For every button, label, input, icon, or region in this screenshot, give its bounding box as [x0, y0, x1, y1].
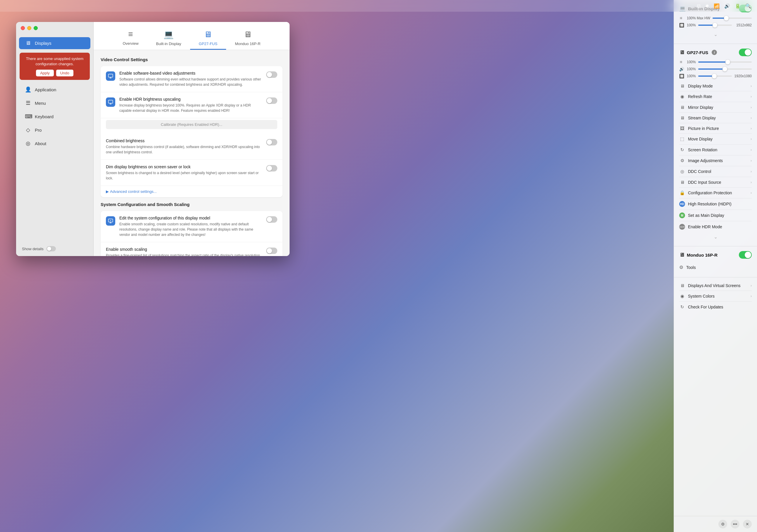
- gp27-info-icon[interactable]: i: [712, 50, 717, 55]
- menu-ddc-input-source[interactable]: 🖥 DDC Input Source ›: [679, 177, 752, 188]
- undo-button[interactable]: Undo: [56, 70, 74, 77]
- menu-display-mode[interactable]: 🖥 Display Mode ›: [679, 81, 752, 91]
- gp27-resolution-label: 100%: [687, 74, 696, 78]
- toggle-combined[interactable]: [266, 139, 277, 145]
- search-icon[interactable]: 🔍: [745, 3, 751, 9]
- wifi-icon: 📶: [714, 3, 719, 9]
- config-protection-label: Configuration Protection: [688, 191, 732, 195]
- menu-mirror-display[interactable]: 🖥 Mirror Display ›: [679, 102, 752, 113]
- gp27-toggle[interactable]: [739, 48, 752, 56]
- toggle-edit-config[interactable]: [266, 216, 277, 223]
- show-details-toggle[interactable]: [46, 246, 56, 251]
- monduo-toggle[interactable]: [739, 251, 752, 259]
- system-config-card: Edit the system configuration of this di…: [101, 211, 283, 256]
- tab-overview[interactable]: ≡ Overview: [114, 27, 147, 50]
- main-content: ≡ Overview 💻 Built-in Display 🖥 GP27-FUS…: [94, 22, 289, 256]
- gp27-resolution-thumb[interactable]: [712, 74, 717, 78]
- menubar-icons: ⊟ ✱ 📶 🔊 🔋 🔍: [697, 3, 751, 9]
- setting-title-smooth: Enable smooth scaling: [106, 247, 262, 252]
- sidebar-alert-text: There are some unapplied system configur…: [26, 56, 84, 66]
- menu-set-main-display[interactable]: M Set as Main Display: [679, 210, 752, 221]
- ddc-label: DDC Control: [688, 169, 711, 174]
- rotation-icon: ↻: [679, 147, 685, 152]
- main-display-label: Set as Main Display: [688, 213, 724, 218]
- setting-title-combined: Combined brightness: [106, 139, 262, 143]
- minimize-button[interactable]: [27, 26, 31, 30]
- settings-button[interactable]: ⚙: [718, 520, 727, 528]
- menu-picture-in-picture[interactable]: 🖼 Picture in Picture ›: [679, 123, 752, 134]
- setting-title-hdr: Enable HDR brightness upscaling: [119, 97, 262, 102]
- menu-refresh-rate[interactable]: ◉ Refresh Rate ›: [679, 91, 752, 102]
- setting-row-dim: Dim display brightness on screen saver o…: [101, 160, 283, 186]
- hdr-badge: HDR: [679, 224, 685, 230]
- sidebar-item-keyboard[interactable]: ⌨ Keyboard: [19, 110, 90, 123]
- maximize-button[interactable]: [34, 26, 38, 30]
- gp27-volume-fill: [698, 69, 725, 70]
- sidebar-item-about[interactable]: ◎ About: [19, 137, 90, 149]
- gp27-icon: 🖥: [679, 49, 684, 56]
- apply-button[interactable]: Apply: [36, 70, 54, 77]
- advanced-chevron: ▶: [106, 189, 109, 194]
- toggle-software[interactable]: [266, 71, 277, 78]
- menu-move-display[interactable]: ⬚ Move Display ›: [679, 134, 752, 144]
- gp27-brightness-track[interactable]: [698, 61, 752, 63]
- menu-check-updates[interactable]: ↻ Check For Updates: [679, 302, 752, 312]
- menu-system-colors-left: ◉ System Colors: [679, 294, 714, 299]
- sidebar-item-displays[interactable]: 🖥 Displays: [19, 37, 90, 49]
- refresh-rate-label: Refresh Rate: [688, 94, 712, 99]
- setting-desc-smooth: Provides a fine-grained list of resoluti…: [106, 253, 262, 256]
- more-button[interactable]: •••: [731, 520, 740, 528]
- monduo-icon: 🖥: [679, 252, 684, 258]
- refresh-rate-icon: ◉: [679, 94, 685, 99]
- tab-gp27fus[interactable]: 🖥 GP27-FUS: [190, 27, 227, 50]
- tools-row[interactable]: ⚙ Tools: [679, 262, 752, 272]
- gp27-collapse-arrow[interactable]: ⌄: [679, 232, 752, 241]
- menu-config-protection[interactable]: 🔒 Configuration Protection ›: [679, 188, 752, 199]
- display-mode-icon: 🖥: [679, 83, 685, 88]
- stream-chevron: ›: [750, 116, 752, 120]
- builtin-brightness-thumb[interactable]: [724, 16, 729, 20]
- menu-displays-virtual[interactable]: 🖥 Displays And Virtual Screens ›: [679, 280, 752, 291]
- menu-move-left: ⬚ Move Display: [679, 136, 712, 141]
- toggle-hdr[interactable]: [266, 97, 277, 104]
- menu-system-colors[interactable]: ◉ System Colors ›: [679, 291, 752, 302]
- menu-image-adjustments[interactable]: ⚙ Image Adjustments ›: [679, 155, 752, 166]
- menu-stream-display[interactable]: 🖥 Stream Display ›: [679, 113, 752, 123]
- builtin-resolution-thumb[interactable]: [712, 23, 717, 27]
- close-panel-button[interactable]: ✕: [743, 520, 752, 528]
- close-button[interactable]: [21, 26, 25, 30]
- hires-label: High Resolution (HiDPI): [688, 202, 732, 206]
- builtin-collapse-arrow[interactable]: ⌄: [679, 30, 752, 39]
- toggle-dim[interactable]: [266, 165, 277, 172]
- builtin-resolution-track[interactable]: [698, 25, 732, 26]
- sidebar-item-pro[interactable]: ◇ Pro: [19, 124, 90, 136]
- menu-high-resolution[interactable]: HD High Resolution (HiDPI): [679, 199, 752, 210]
- sidebar-item-application[interactable]: 👤 Application: [19, 83, 90, 96]
- gp27-menu-items: 🖥 Display Mode › ◉ Refresh Rate › 🖥 Mirr…: [679, 81, 752, 232]
- gp27-volume-thumb[interactable]: [722, 67, 727, 71]
- sidebar-bottom: Show details: [16, 241, 93, 256]
- tab-gp27-label: GP27-FUS: [199, 42, 218, 46]
- gp27-volume-track[interactable]: [698, 69, 752, 70]
- menu-ddc-control[interactable]: ◎ DDC Control ›: [679, 166, 752, 177]
- video-control-card: Enable software-based video adjustments …: [101, 66, 283, 197]
- setting-control-software: [266, 71, 277, 78]
- advanced-settings-link[interactable]: ▶ Advanced control settings...: [101, 186, 283, 197]
- toggle-smooth[interactable]: [266, 248, 277, 254]
- tab-monduo[interactable]: 🖥 Monduo 16P-R: [226, 27, 269, 50]
- builtin-brightness-track[interactable]: [712, 17, 752, 19]
- sidebar-alert-buttons: Apply Undo: [24, 70, 85, 77]
- calibrate-button[interactable]: Calibrate (Requires Enabled HDR)...: [106, 120, 277, 129]
- setting-desc-hdr: Increase display brightness beyond 100%.…: [119, 103, 262, 113]
- gp27-brightness-thumb[interactable]: [725, 60, 730, 64]
- gp27-resolution-track[interactable]: [698, 76, 732, 77]
- menu-screen-rotation[interactable]: ↻ Screen Rotation ›: [679, 144, 752, 155]
- sidebar-pro-label: Pro: [35, 128, 42, 133]
- tab-builtin-display[interactable]: 💻 Built-in Display: [147, 27, 190, 50]
- sidebar-item-menu[interactable]: ☰ Menu: [19, 97, 90, 109]
- content-scroll[interactable]: Video Control Settings Enable software-b…: [94, 50, 289, 256]
- mirror-chevron: ›: [750, 105, 752, 110]
- menu-enable-hdr[interactable]: HDR Enable HDR Mode: [679, 221, 752, 232]
- display-mode-label: Display Mode: [688, 84, 713, 88]
- tab-overview-label: Overview: [123, 41, 138, 46]
